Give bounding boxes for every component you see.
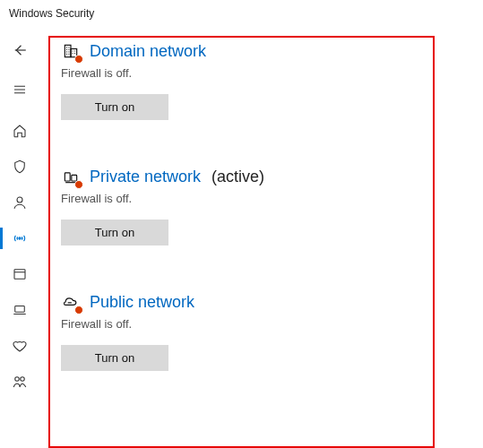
domain-status: Firewall is off. xyxy=(61,66,465,80)
sidebar-item-account[interactable] xyxy=(0,185,39,220)
sidebar-item-device[interactable] xyxy=(0,292,39,328)
sidebar-item-app[interactable] xyxy=(0,256,39,292)
public-network-link[interactable]: Public network xyxy=(90,293,194,312)
shield-icon xyxy=(12,159,28,175)
heart-icon xyxy=(12,338,28,354)
private-network-link[interactable]: Private network xyxy=(90,168,201,186)
family-icon xyxy=(12,374,28,390)
private-status: Firewall is off. xyxy=(61,192,465,205)
hamburger-icon xyxy=(12,82,28,98)
app-title: Windows Security xyxy=(9,7,94,20)
content-area: Domain network Firewall is off. Turn on … xyxy=(39,27,483,448)
domain-network-icon xyxy=(61,41,81,61)
private-network-icon xyxy=(61,167,81,186)
svg-point-4 xyxy=(15,377,20,382)
domain-network-link[interactable]: Domain network xyxy=(90,42,206,61)
network-section-private: Private network (active) Firewall is off… xyxy=(61,167,465,246)
back-button[interactable] xyxy=(0,32,39,68)
titlebar: Windows Security xyxy=(0,0,483,27)
person-icon xyxy=(12,194,28,211)
svg-rect-2 xyxy=(14,270,25,280)
arrow-left-icon xyxy=(12,42,28,58)
public-turn-on-button[interactable]: Turn on xyxy=(61,345,168,371)
public-network-icon xyxy=(61,292,81,312)
broadcast-icon xyxy=(12,230,28,246)
network-section-public: Public network Firewall is off. Turn on xyxy=(61,292,465,371)
sidebar-item-virus[interactable] xyxy=(0,149,39,185)
sidebar-item-performance[interactable] xyxy=(0,328,39,364)
browser-icon xyxy=(12,266,28,282)
svg-rect-8 xyxy=(65,173,70,181)
laptop-icon xyxy=(12,302,28,318)
private-active-suffix: (active) xyxy=(211,168,264,186)
private-turn-on-button[interactable]: Turn on xyxy=(61,220,168,246)
menu-button[interactable] xyxy=(0,72,39,108)
domain-turn-on-button[interactable]: Turn on xyxy=(61,94,168,120)
public-status: Firewall is off. xyxy=(61,317,465,331)
sidebar-item-home[interactable] xyxy=(0,113,39,149)
network-section-domain: Domain network Firewall is off. Turn on xyxy=(61,41,465,120)
sidebar-item-family[interactable] xyxy=(0,364,39,400)
svg-rect-3 xyxy=(15,306,25,313)
svg-point-5 xyxy=(21,377,25,382)
sidebar xyxy=(0,27,39,448)
svg-point-1 xyxy=(19,237,21,239)
sidebar-item-firewall[interactable] xyxy=(0,220,39,256)
home-icon xyxy=(12,123,28,139)
svg-rect-6 xyxy=(65,45,71,56)
svg-point-0 xyxy=(17,197,22,202)
